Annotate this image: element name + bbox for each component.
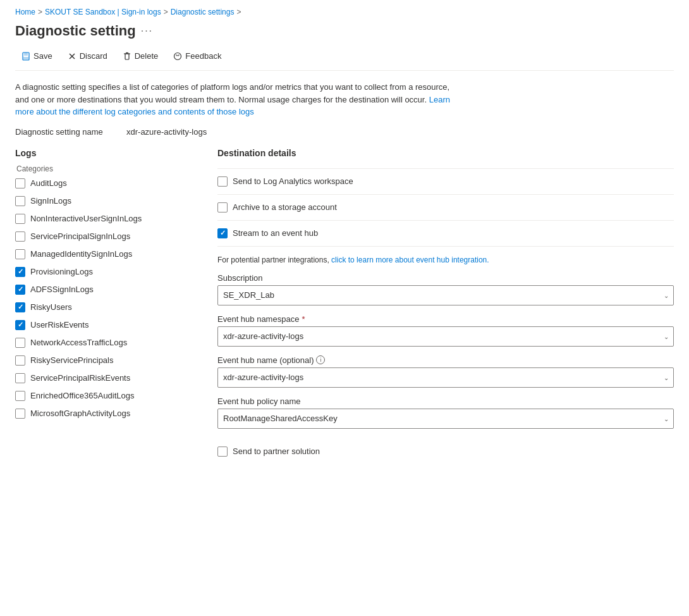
log-checkbox-item-noninteractive[interactable]: NonInteractiveUserSignInLogs xyxy=(15,214,192,224)
checkbox-adfs[interactable] xyxy=(15,285,25,295)
page-title: Diagnostic setting xyxy=(15,23,136,39)
discard-icon xyxy=(68,52,76,61)
dest-option-storage[interactable]: Archive to a storage account xyxy=(217,195,674,221)
dest-label-loganalytics: Send to Log Analytics workspace xyxy=(233,176,353,186)
checkbox-audit[interactable] xyxy=(15,178,25,188)
checkbox-label-managedidentity: ManagedIdentitySignInLogs xyxy=(30,249,132,259)
dest-option-loganalytics[interactable]: Send to Log Analytics workspace xyxy=(217,168,674,195)
subscription-group: Subscription SE_XDR_Lab ⌄ xyxy=(217,273,674,305)
checkbox-label-networkaccess: NetworkAccessTrafficLogs xyxy=(30,338,127,347)
checkbox-label-audit: AuditLogs xyxy=(30,178,67,188)
log-checkbox-item-riskyusers[interactable]: RiskyUsers xyxy=(15,302,192,312)
logs-section: Logs Categories AuditLogsSignInLogsNonIn… xyxy=(15,148,192,419)
feedback-button[interactable]: Feedback xyxy=(167,48,228,64)
checkbox-label-noninteractive: NonInteractiveUserSignInLogs xyxy=(30,214,142,223)
checkbox-riskyusers[interactable] xyxy=(15,302,25,312)
save-icon xyxy=(21,52,30,61)
delete-label: Delete xyxy=(135,51,159,61)
checkbox-label-provisioning: ProvisioningLogs xyxy=(30,267,93,276)
dest-checkbox-eventhub[interactable] xyxy=(217,228,228,238)
delete-button[interactable]: Delete xyxy=(116,48,165,64)
feedback-icon xyxy=(173,52,182,61)
checkbox-riskyservice[interactable] xyxy=(15,355,25,366)
subscription-select[interactable]: SE_XDR_Lab xyxy=(217,285,674,305)
discard-label: Discard xyxy=(80,51,107,61)
checkbox-managedidentity[interactable] xyxy=(15,249,25,259)
discard-button[interactable]: Discard xyxy=(61,48,114,64)
dest-option-eventhub[interactable]: Stream to an event hub xyxy=(217,221,674,247)
dest-checkbox-loganalytics[interactable] xyxy=(217,176,228,187)
eventhub-policy-select-wrapper: RootManageSharedAccessKey ⌄ xyxy=(217,409,674,429)
setting-name-row: Diagnostic setting name xdr-azure-activi… xyxy=(15,127,674,137)
checkbox-userrisk[interactable] xyxy=(15,320,25,330)
eventhub-namespace-select[interactable]: xdr-azure-activity-logs xyxy=(217,326,674,347)
log-checkbox-item-adfs[interactable]: ADFSSignInLogs xyxy=(15,285,192,295)
dest-label-storage: Archive to a storage account xyxy=(233,202,337,212)
svg-rect-5 xyxy=(125,54,129,59)
eventhub-name-group: Event hub name (optional) i xdr-azure-ac… xyxy=(217,355,674,388)
logs-checkbox-list: AuditLogsSignInLogsNonInteractiveUserSig… xyxy=(15,178,192,419)
eventhub-namespace-group: Event hub namespace * xdr-azure-activity… xyxy=(217,314,674,347)
breadcrumb-diagnostic-settings[interactable]: Diagnostic settings xyxy=(171,8,235,16)
send-to-partner-option[interactable]: Send to partner solution xyxy=(217,439,674,464)
checkbox-noninteractive[interactable] xyxy=(15,214,25,224)
partner-note: For potential partner integrations, clic… xyxy=(217,254,674,266)
svg-point-8 xyxy=(174,52,181,59)
log-checkbox-item-servicerisk[interactable]: ServicePrincipalRiskEvents xyxy=(15,373,192,383)
checkbox-enriched[interactable] xyxy=(15,391,25,401)
send-to-partner-checkbox[interactable] xyxy=(217,447,228,457)
breadcrumb-home[interactable]: Home xyxy=(15,8,35,16)
dest-label-eventhub: Stream to an event hub xyxy=(233,228,318,238)
checkbox-label-servicerisk: ServicePrincipalRiskEvents xyxy=(30,373,130,383)
log-checkbox-item-provisioning[interactable]: ProvisioningLogs xyxy=(15,267,192,277)
description: A diagnostic setting specifies a list of… xyxy=(15,81,458,118)
checkbox-label-serviceprincipal: ServicePrincipalSignInLogs xyxy=(30,231,130,241)
log-checkbox-item-audit[interactable]: AuditLogs xyxy=(15,178,192,188)
log-checkbox-item-riskyservice[interactable]: RiskyServicePrincipals xyxy=(15,355,192,366)
log-checkbox-item-userrisk[interactable]: UserRiskEvents xyxy=(15,320,192,330)
setting-name-value: xdr-azure-activity-logs xyxy=(126,127,207,137)
breadcrumb-sandbox[interactable]: SKOUT SE Sandbox | Sign-in logs xyxy=(45,8,161,16)
required-marker: * xyxy=(302,314,305,324)
svg-point-10 xyxy=(178,54,180,56)
eventhub-name-select-wrapper: xdr-azure-activity-logs ⌄ xyxy=(217,367,674,388)
destination-section: Destination details Send to Log Analytic… xyxy=(217,148,674,464)
checkbox-msgraph[interactable] xyxy=(15,409,25,419)
save-button[interactable]: Save xyxy=(15,48,59,64)
send-to-partner-label: Send to partner solution xyxy=(233,447,320,456)
checkbox-label-userrisk: UserRiskEvents xyxy=(30,320,88,330)
checkbox-label-signin: SignInLogs xyxy=(30,196,71,206)
subscription-select-wrapper: SE_XDR_Lab ⌄ xyxy=(217,285,674,305)
destination-section-title: Destination details xyxy=(217,148,674,158)
info-icon[interactable]: i xyxy=(316,355,325,364)
checkbox-serviceprincipal[interactable] xyxy=(15,231,25,242)
svg-rect-2 xyxy=(23,57,28,59)
log-checkbox-item-networkaccess[interactable]: NetworkAccessTrafficLogs xyxy=(15,338,192,348)
log-checkbox-item-serviceprincipal[interactable]: ServicePrincipalSignInLogs xyxy=(15,231,192,242)
svg-rect-1 xyxy=(24,52,28,56)
save-label: Save xyxy=(34,51,52,61)
eventhub-name-select[interactable]: xdr-azure-activity-logs xyxy=(217,367,674,388)
checkbox-label-enriched: EnrichedOffice365AuditLogs xyxy=(30,391,135,400)
partner-note-text: For potential partner integrations, xyxy=(217,256,331,264)
main-content: Logs Categories AuditLogsSignInLogsNonIn… xyxy=(15,148,674,464)
description-text: A diagnostic setting specifies a list of… xyxy=(15,82,449,104)
checkbox-provisioning[interactable] xyxy=(15,267,25,277)
checkbox-servicerisk[interactable] xyxy=(15,373,25,383)
categories-label: Categories xyxy=(16,164,192,173)
eventhub-policy-group: Event hub policy name RootManageSharedAc… xyxy=(217,397,674,429)
eventhub-namespace-label: Event hub namespace * xyxy=(217,314,674,324)
eventhub-policy-select[interactable]: RootManageSharedAccessKey xyxy=(217,409,674,429)
log-checkbox-item-msgraph[interactable]: MicrosoftGraphActivityLogs xyxy=(15,409,192,419)
eventhub-namespace-select-wrapper: xdr-azure-activity-logs ⌄ xyxy=(217,326,674,347)
checkbox-signin[interactable] xyxy=(15,196,25,206)
log-checkbox-item-enriched[interactable]: EnrichedOffice365AuditLogs xyxy=(15,391,192,401)
destination-options: Send to Log Analytics workspaceArchive t… xyxy=(217,168,674,247)
partner-integration-link[interactable]: click to learn more about event hub inte… xyxy=(331,256,489,264)
setting-name-label: Diagnostic setting name xyxy=(15,127,116,137)
log-checkbox-item-signin[interactable]: SignInLogs xyxy=(15,196,192,206)
dest-checkbox-storage[interactable] xyxy=(217,202,228,213)
log-checkbox-item-managedidentity[interactable]: ManagedIdentitySignInLogs xyxy=(15,249,192,259)
delete-icon xyxy=(123,52,131,61)
checkbox-networkaccess[interactable] xyxy=(15,338,25,348)
